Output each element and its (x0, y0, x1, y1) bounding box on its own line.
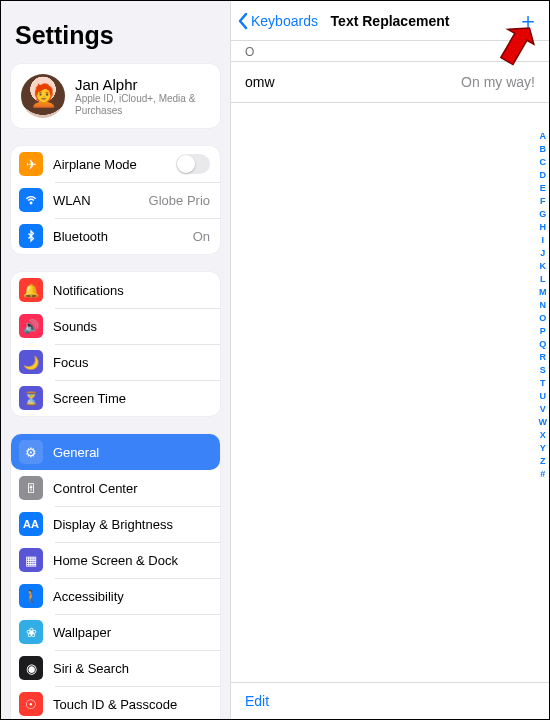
back-button[interactable]: Keyboards (237, 12, 318, 30)
screentime-row[interactable]: ⏳ Screen Time (11, 380, 220, 416)
fingerprint-icon: ☉ (19, 692, 43, 716)
general-row[interactable]: ⚙︎ General (11, 434, 220, 470)
page-title: Settings (15, 21, 220, 50)
index-C[interactable]: C (539, 157, 548, 167)
add-button[interactable]: ＋ (517, 10, 539, 32)
index-X[interactable]: X (539, 430, 548, 440)
control-center-row[interactable]: 🎚 Control Center (11, 470, 220, 506)
index-Q[interactable]: Q (539, 339, 548, 349)
index-A[interactable]: A (539, 131, 548, 141)
index-#[interactable]: # (539, 469, 548, 479)
focus-row[interactable]: 🌙 Focus (11, 344, 220, 380)
index-Y[interactable]: Y (539, 443, 548, 453)
notifications-row[interactable]: 🔔 Notifications (11, 272, 220, 308)
index-U[interactable]: U (539, 391, 548, 401)
moon-icon: 🌙 (19, 350, 43, 374)
index-Z[interactable]: Z (539, 456, 548, 466)
svg-point-0 (30, 202, 32, 204)
wlan-row[interactable]: WLAN Globe Prio (11, 182, 220, 218)
hourglass-icon: ⏳ (19, 386, 43, 410)
index-I[interactable]: I (539, 235, 548, 245)
bottom-toolbar: Edit (231, 682, 549, 719)
homescreen-row[interactable]: ▦ Home Screen & Dock (11, 542, 220, 578)
group-activity: 🔔 Notifications 🔊 Sounds 🌙 Focus ⏳ Scree… (11, 272, 220, 416)
index-G[interactable]: G (539, 209, 548, 219)
edit-button[interactable]: Edit (245, 693, 269, 709)
shortcut-text: omw (245, 74, 275, 90)
index-D[interactable]: D (539, 170, 548, 180)
index-K[interactable]: K (539, 261, 548, 271)
index-R[interactable]: R (539, 352, 548, 362)
accessibility-row[interactable]: 🚶 Accessibility (11, 578, 220, 614)
touchid-row[interactable]: ☉ Touch ID & Passcode (11, 686, 220, 719)
text-size-icon: AA (19, 512, 43, 536)
index-H[interactable]: H (539, 222, 548, 232)
airplane-icon: ✈︎ (19, 152, 43, 176)
index-O[interactable]: O (539, 313, 548, 323)
detail-pane: Keyboards Text Replacement ＋ O omw On my… (231, 1, 549, 719)
replacement-row[interactable]: omw On my way! (231, 62, 549, 103)
profile-card[interactable]: 🧑‍🦰 Jan Alphr Apple ID, iCloud+, Media &… (11, 64, 220, 128)
group-general: ⚙︎ General 🎚 Control Center AA Display &… (11, 434, 220, 719)
index-J[interactable]: J (539, 248, 548, 258)
nav-title: Text Replacement (331, 13, 450, 29)
switch-icon: 🎚 (19, 476, 43, 500)
siri-row[interactable]: ◉ Siri & Search (11, 650, 220, 686)
index-N[interactable]: N (539, 300, 548, 310)
index-P[interactable]: P (539, 326, 548, 336)
bluetooth-row[interactable]: Bluetooth On (11, 218, 220, 254)
index-E[interactable]: E (539, 183, 548, 193)
index-S[interactable]: S (539, 365, 548, 375)
settings-sidebar: Settings 🧑‍🦰 Jan Alphr Apple ID, iCloud+… (1, 1, 231, 719)
accessibility-icon: 🚶 (19, 584, 43, 608)
speaker-icon: 🔊 (19, 314, 43, 338)
sounds-row[interactable]: 🔊 Sounds (11, 308, 220, 344)
avatar: 🧑‍🦰 (21, 74, 65, 118)
siri-icon: ◉ (19, 656, 43, 680)
section-header: O (231, 41, 549, 62)
flower-icon: ❀ (19, 620, 43, 644)
chevron-left-icon (237, 12, 249, 30)
index-T[interactable]: T (539, 378, 548, 388)
index-B[interactable]: B (539, 144, 548, 154)
index-M[interactable]: M (539, 287, 548, 297)
profile-sub: Apple ID, iCloud+, Media & Purchases (75, 93, 210, 117)
alphabet-index[interactable]: ABCDEFGHIJKLMNOPQRSTUVWXYZ# (539, 131, 548, 479)
display-row[interactable]: AA Display & Brightness (11, 506, 220, 542)
wifi-icon (19, 188, 43, 212)
profile-name: Jan Alphr (75, 76, 210, 93)
grid-icon: ▦ (19, 548, 43, 572)
index-V[interactable]: V (539, 404, 548, 414)
navbar: Keyboards Text Replacement ＋ (231, 1, 549, 41)
airplane-mode-row[interactable]: ✈︎ Airplane Mode (11, 146, 220, 182)
gear-icon: ⚙︎ (19, 440, 43, 464)
group-network: ✈︎ Airplane Mode WLAN Globe Prio Bluetoo… (11, 146, 220, 254)
airplane-toggle[interactable] (176, 154, 210, 174)
index-L[interactable]: L (539, 274, 548, 284)
phrase-text: On my way! (461, 74, 535, 90)
index-F[interactable]: F (539, 196, 548, 206)
wallpaper-row[interactable]: ❀ Wallpaper (11, 614, 220, 650)
bluetooth-icon (19, 224, 43, 248)
index-W[interactable]: W (539, 417, 548, 427)
bell-icon: 🔔 (19, 278, 43, 302)
